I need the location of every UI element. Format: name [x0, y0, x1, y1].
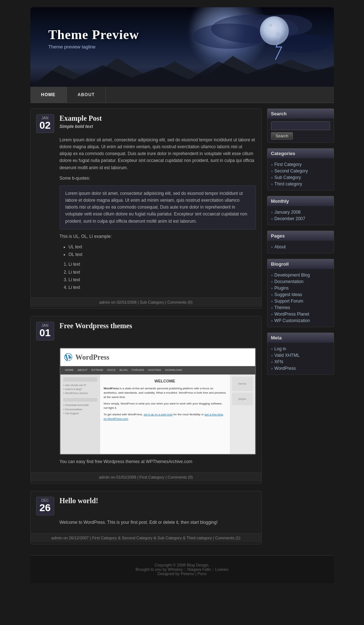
svg-point-0: [260, 16, 289, 45]
sidebar-meta: Meta » Log in » Valid XHTML » XFN: [267, 333, 334, 375]
sidebar-link-login[interactable]: » Log in: [271, 346, 330, 352]
sidebar-link-documentation[interactable]: » Documentation: [271, 278, 330, 285]
search-input[interactable]: [271, 121, 330, 130]
sidebar-link-valid-xhtml[interactable]: » Valid XHTML: [271, 352, 330, 359]
list-item: UL text: [69, 244, 256, 251]
sidebar-link-plugins[interactable]: » Plugins: [271, 285, 330, 291]
post-footer-2: admin on 01/01/2008 | First Category | C…: [31, 472, 261, 481]
post-example: JAN 02 Example Post Simple bold text Lor…: [30, 108, 262, 309]
post-date-1: JAN 02: [36, 114, 54, 133]
post-body-1: Lorem ipsum dolor sit amet, consectetur …: [31, 137, 261, 297]
post-ol-1: Li text Li text Li text Li text: [69, 261, 256, 291]
post-date-3: DEC 26: [36, 497, 54, 515]
sidebar-link-about[interactable]: » About: [271, 244, 330, 250]
wp-logo-text: WordPress: [76, 351, 110, 363]
post-wordpress: JAN 01 Free Wordpress themes: [30, 316, 262, 484]
nav-about[interactable]: ABOUT: [67, 87, 106, 103]
svg-point-2: [276, 32, 280, 37]
footer-designed-by: Designed by Petsmu | Poco: [38, 572, 327, 576]
sidebar-link-wordpress[interactable]: » WordPress: [271, 365, 330, 372]
sidebar-pages-title: Pages: [267, 231, 334, 241]
header-mountains: [30, 51, 334, 87]
sidebar-link-suggest-ideas[interactable]: » Suggest Ideas: [271, 291, 330, 298]
sidebar-link-second-category[interactable]: » Second Category: [271, 168, 330, 174]
footer-brought-by: Brought to you by Whiskey :: Niagara Fal…: [38, 567, 327, 572]
svg-point-1: [269, 24, 272, 27]
sidebar-categories: Categories » First Category » Second Cat…: [267, 148, 334, 191]
site-title: Theme Preview: [48, 27, 139, 42]
sidebar-link-support-forum[interactable]: » Support Forum: [271, 298, 330, 304]
main-nav: HOME ABOUT: [30, 87, 334, 103]
sidebar-categories-content: » First Category » Second Category » Sub…: [267, 158, 334, 191]
wordpress-screenshot: WordPress HOME ABOUT EXTEND DOCS BLOG FO…: [60, 348, 256, 455]
post-subtitle-1: Simple bold text: [60, 124, 102, 129]
list-item: OL text: [69, 251, 256, 258]
sidebar-pages-content: » About: [267, 241, 334, 253]
sidebar-pages: Pages » About: [267, 231, 334, 253]
sidebar-search: Search Search: [267, 108, 334, 143]
sidebar-link-jan2008[interactable]: » January 2008: [271, 209, 330, 215]
moon-icon: [258, 14, 291, 47]
list-item: Li text: [69, 261, 256, 268]
post-date-2: JAN 01: [36, 322, 54, 341]
site-footer: Copyright © 2008 Blog Design. Brought to…: [30, 555, 334, 583]
sidebar-link-themes[interactable]: » Themes: [271, 304, 330, 311]
sidebar-link-dec2007[interactable]: » December 2007: [271, 215, 330, 222]
sidebar-link-sub-category[interactable]: » Sub Category: [271, 174, 330, 181]
sidebar-blogroll: Blogroll » Development Blog » Documentat…: [267, 259, 334, 327]
post-title-2[interactable]: Free Wordpress themes: [60, 322, 132, 330]
post-body-3: Welcome to WordPress. This is your first…: [31, 519, 261, 533]
nav-home[interactable]: HOME: [30, 87, 67, 103]
post-footer-3: admin on 26/12/2007 | First Category & S…: [31, 533, 261, 542]
post-hello: DEC 26 Hello world! Welcome to WordPress…: [30, 491, 262, 544]
sidebar-monthly-content: » January 2008 » December 2007: [267, 206, 334, 225]
sidebar-meta-content: » Log in » Valid XHTML » XFN » WordPress: [267, 343, 334, 375]
search-button[interactable]: Search: [271, 132, 293, 140]
sidebar-search-title: Search: [267, 108, 334, 119]
sidebar-link-dev-blog[interactable]: » Development Blog: [271, 272, 330, 278]
site-tagline: Theme preview tagline: [48, 44, 139, 50]
site-header: Theme Preview Theme preview tagline: [30, 7, 334, 87]
sidebar-monthly: Monthly » January 2008 » December 2007: [267, 196, 334, 225]
sidebar-categories-title: Categories: [267, 148, 334, 158]
sidebar: Search Search Categories » First Categor…: [267, 108, 334, 552]
sidebar-monthly-title: Monthly: [267, 196, 334, 206]
footer-copyright: Copyright © 2008 Blog Design.: [38, 563, 327, 567]
post-ul-1: UL text OL text: [69, 244, 256, 258]
post-body-2: WordPress HOME ABOUT EXTEND DOCS BLOG FO…: [31, 348, 261, 472]
sidebar-link-wp-customization[interactable]: » WP Customization: [271, 317, 330, 324]
post-title-3[interactable]: Hello world!: [60, 497, 98, 505]
header-text-block: Theme Preview Theme preview tagline: [48, 27, 139, 50]
list-item: Li text: [69, 269, 256, 276]
sidebar-link-wp-planet[interactable]: » WordPress Planet: [271, 311, 330, 317]
sidebar-link-first-category[interactable]: » First Category: [271, 161, 330, 168]
post-blockquote-1: Lorem ipsum dolor sit amet, consectetur …: [60, 185, 256, 230]
sidebar-meta-title: Meta: [267, 333, 334, 343]
list-item: Li text: [69, 284, 256, 291]
sidebar-blogroll-title: Blogroll: [267, 259, 334, 269]
post-title-1[interactable]: Example Post: [60, 114, 102, 123]
wordpress-logo-icon: [64, 353, 73, 361]
main-content: JAN 02 Example Post Simple bold text Lor…: [30, 108, 262, 552]
post-footer-1: admin on 02/01/2008 | Sub Category | Com…: [31, 297, 261, 307]
list-item: Li text: [69, 277, 256, 283]
wp-nav-home: HOME: [63, 367, 76, 373]
sidebar-link-xfn[interactable]: » XFN: [271, 359, 330, 365]
sidebar-blogroll-content: » Development Blog » Documentation » Plu…: [267, 269, 334, 327]
sidebar-link-third-category[interactable]: » Third category: [271, 181, 330, 187]
